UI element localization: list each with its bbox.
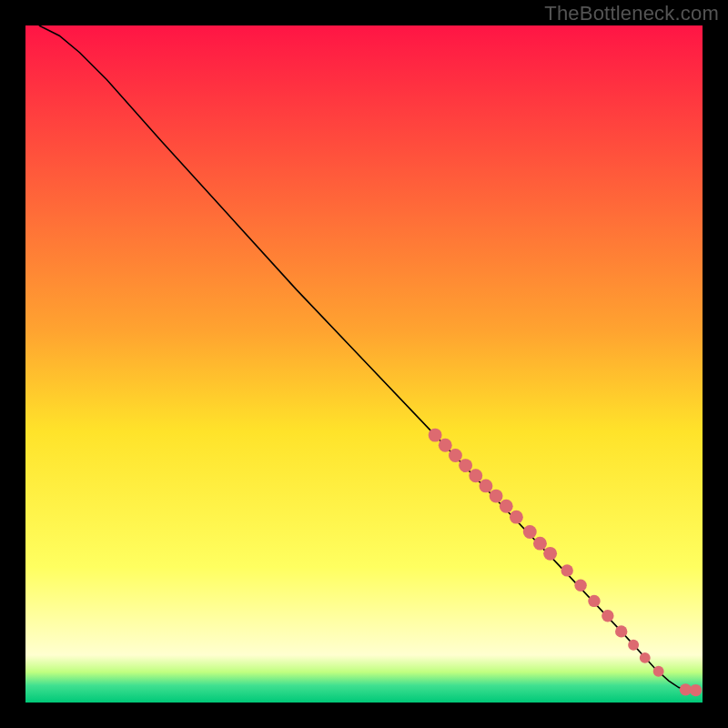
marker-point <box>690 684 702 696</box>
marker-point <box>640 652 651 663</box>
marker-point <box>523 525 537 539</box>
marker-point <box>439 439 452 452</box>
marker-point <box>479 479 492 492</box>
marker-point <box>459 459 472 472</box>
chart-container: TheBottleneck.com <box>0 0 728 728</box>
marker-point <box>615 625 627 637</box>
marker-point <box>602 610 613 622</box>
marker-point <box>653 666 664 677</box>
marker-point <box>588 595 600 607</box>
marker-point <box>429 429 442 442</box>
watermark-label: TheBottleneck.com <box>544 2 719 25</box>
plot-area <box>25 25 703 703</box>
marker-point <box>628 640 639 651</box>
marker-point <box>574 580 586 592</box>
marker-point <box>543 547 557 561</box>
marker-point <box>469 469 482 482</box>
marker-point <box>449 449 462 462</box>
marker-point <box>500 500 513 513</box>
marker-point <box>561 564 573 576</box>
marker-point <box>490 490 503 503</box>
plot-svg <box>25 25 703 703</box>
gradient-background <box>25 25 703 703</box>
marker-point <box>510 511 523 524</box>
marker-point <box>533 537 547 551</box>
